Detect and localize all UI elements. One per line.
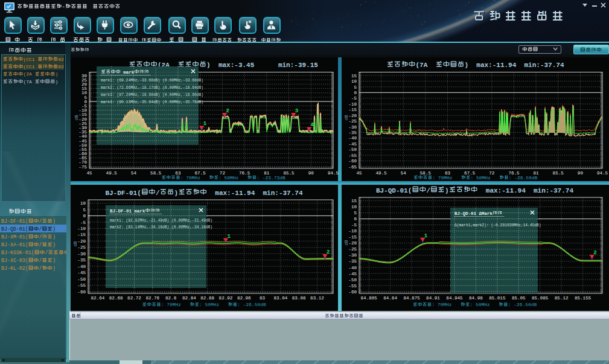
svg-text:94.5: 94.5 — [597, 171, 608, 176]
svg-text:84.98: 84.98 — [469, 296, 483, 301]
svg-text:70MHz: 70MHz — [438, 175, 453, 180]
svg-text:15: 15 — [351, 199, 357, 203]
svg-text:3: 3 — [295, 108, 298, 114]
svg-text:(90.13MHz,-35.64dB): (90.13MHz,-35.64dB) — [117, 100, 161, 104]
svg-text:-5: -5 — [80, 220, 86, 225]
svg-text:(0.00MHz,-33.60dB): (0.00MHz,-33.60dB) — [162, 78, 203, 83]
svg-text:-35: -35 — [348, 259, 357, 264]
svg-text:15: 15 — [351, 74, 357, 78]
svg-text:82.72: 82.72 — [127, 296, 141, 301]
svg-text:mark2:: mark2: — [101, 86, 115, 90]
svg-text:max:-11.94: max:-11.94 — [215, 190, 255, 197]
svg-text:-35: -35 — [77, 258, 86, 263]
svg-text:-45: -45 — [348, 272, 357, 276]
svg-text:0: 0 — [354, 217, 357, 222]
svg-text:58.5: 58.5 — [420, 171, 432, 176]
svg-text:-50: -50 — [348, 278, 357, 283]
svg-text:min:-37.74: min:-37.74 — [525, 62, 564, 69]
svg-text:1: 1 — [424, 233, 428, 239]
svg-text:/: / — [156, 190, 160, 197]
svg-text:(0.00MHz,-18.64dB): (0.00MHz,-18.64dB) — [162, 86, 203, 90]
svg-text:-55: -55 — [77, 283, 86, 288]
svg-text:85.05: 85.05 — [512, 296, 526, 301]
svg-text:-55: -55 — [348, 284, 357, 289]
svg-text::: : — [218, 175, 222, 180]
svg-text:83.08: 83.08 — [292, 296, 306, 301]
svg-text:85.085: 85.085 — [532, 296, 549, 301]
svg-text:-10: -10 — [348, 229, 357, 234]
svg-text:5: 5 — [354, 211, 357, 216]
svg-text:BJ-DF-01(: BJ-DF-01( — [105, 190, 141, 197]
svg-text:-10: -10 — [348, 102, 357, 107]
svg-text:-15: -15 — [77, 232, 86, 237]
svg-text:mark1:: mark1: — [110, 219, 124, 223]
svg-text:83.04: 83.04 — [274, 296, 288, 301]
svg-text:70MHz: 70MHz — [438, 302, 452, 307]
svg-text:85.12: 85.12 — [555, 296, 569, 301]
svg-text:94.5: 94.5 — [328, 171, 339, 176]
svg-text:83: 83 — [260, 296, 266, 301]
svg-text:2: 2 — [226, 108, 229, 114]
svg-text:58.5: 58.5 — [150, 171, 162, 176]
svg-text:-60: -60 — [348, 290, 357, 295]
svg-text:-30: -30 — [348, 253, 357, 258]
svg-text:84.805: 84.805 — [361, 296, 378, 301]
svg-text:-40: -40 — [348, 266, 357, 270]
svg-text:mark3:: mark3: — [101, 93, 115, 97]
svg-text::: : — [432, 175, 435, 180]
svg-text:70MHz: 70MHz — [186, 175, 200, 180]
svg-text:-26.50dB: -26.50dB — [514, 175, 537, 180]
svg-text:dB: dB — [344, 115, 349, 121]
svg-text:50MHz: 50MHz — [476, 302, 490, 307]
svg-text:-30: -30 — [77, 252, 86, 257]
svg-text:BJ-QD-01(: BJ-QD-01( — [376, 187, 412, 194]
svg-text:1: 1 — [203, 121, 207, 127]
svg-text:84.945: 84.945 — [446, 296, 463, 301]
svg-text::: : — [471, 175, 474, 180]
svg-text:max:-11.94: max:-11.94 — [476, 62, 516, 69]
svg-text:76.5: 76.5 — [239, 171, 250, 176]
svg-text::: : — [161, 302, 164, 307]
svg-text:-40: -40 — [348, 136, 357, 141]
svg-text:mark4:: mark4: — [101, 100, 115, 104]
svg-text:82.76: 82.76 — [145, 296, 159, 301]
svg-text:83.12: 83.12 — [310, 296, 324, 301]
svg-text::: : — [508, 302, 511, 307]
svg-text:(7A: (7A — [416, 62, 428, 69]
svg-text:ΔMark: ΔMark — [479, 211, 493, 216]
svg-text:49.5: 49.5 — [375, 171, 387, 176]
svg-text:82.8: 82.8 — [165, 296, 177, 301]
svg-text:/: / — [426, 187, 430, 194]
svg-text:-20: -20 — [348, 241, 357, 246]
svg-text:50MHz: 50MHz — [225, 175, 239, 180]
svg-text:-23.73dB: -23.73dB — [263, 175, 285, 180]
svg-text:-26.50dB: -26.50dB — [514, 302, 537, 307]
svg-text:-15: -15 — [348, 235, 357, 240]
svg-text:-50: -50 — [348, 147, 357, 152]
svg-text:(0.00MHz,-34.18dB): (0.00MHz,-34.18dB) — [171, 225, 212, 229]
svg-text:2: 2 — [327, 249, 330, 255]
svg-text:70MHz: 70MHz — [167, 302, 181, 307]
svg-text:82.92: 82.92 — [219, 296, 233, 301]
svg-text:82.96: 82.96 — [237, 296, 251, 301]
svg-text:-5: -5 — [351, 223, 357, 228]
svg-text:0: 0 — [83, 214, 86, 219]
svg-text:(69.24MHz,-33.60dB): (69.24MHz,-33.60dB) — [117, 78, 161, 83]
svg-text:min:-37.74: min:-37.74 — [263, 190, 303, 197]
svg-text::: : — [257, 175, 260, 180]
svg-text:dB: dB — [74, 115, 79, 121]
svg-text:10: 10 — [351, 205, 357, 209]
svg-text:-25: -25 — [348, 119, 357, 124]
svg-text:(72.66MHz,-18.17dB): (72.66MHz,-18.17dB) — [117, 86, 161, 90]
svg-text:(0.00MHz,-21.49dB): (0.00MHz,-21.49dB) — [171, 219, 212, 223]
svg-text:min:-39.15: min:-39.15 — [278, 62, 318, 69]
svg-text:-20: -20 — [348, 113, 357, 118]
svg-text:-35: -35 — [348, 130, 357, 135]
svg-text::: : — [180, 175, 183, 180]
svg-text:45: 45 — [356, 171, 362, 176]
svg-text::: : — [470, 302, 473, 307]
svg-text::: : — [432, 302, 435, 307]
svg-text:90: 90 — [578, 171, 584, 176]
svg-text:mark1:: mark1: — [101, 78, 115, 83]
svg-text::: : — [199, 302, 202, 307]
